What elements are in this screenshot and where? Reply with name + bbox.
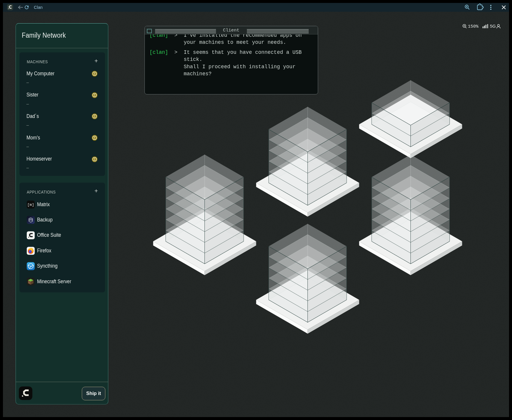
svg-text:150%: 150% xyxy=(468,24,479,29)
svg-text:5G: 5G xyxy=(490,24,496,29)
svg-text:[m]: [m] xyxy=(27,203,34,207)
svg-text:Clan: Clan xyxy=(34,5,43,10)
